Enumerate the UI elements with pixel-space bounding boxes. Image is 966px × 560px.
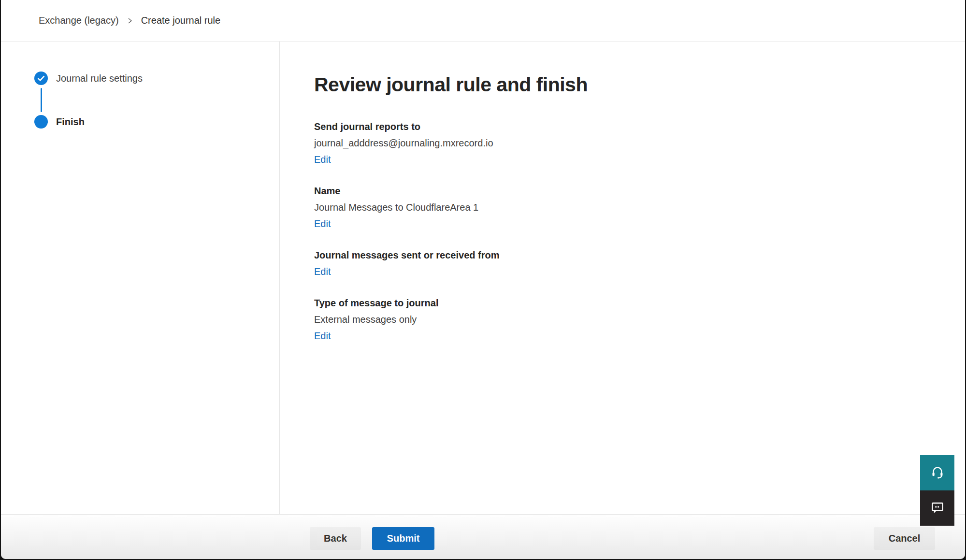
- step-journal-rule-settings[interactable]: Journal rule settings: [34, 72, 279, 85]
- review-section-name: Name Journal Messages to CloudflareArea …: [314, 183, 965, 232]
- app-window: Exchange (legacy) Create journal rule Jo…: [1, 0, 965, 559]
- step-connector-line: [41, 88, 42, 112]
- step-current-dot-icon: [34, 115, 48, 129]
- step-completed-check-icon: [34, 72, 48, 85]
- cancel-button[interactable]: Cancel: [874, 527, 935, 550]
- section-value: Journal Messages to CloudflareArea 1: [314, 199, 965, 215]
- section-label: Journal messages sent or received from: [314, 247, 965, 263]
- edit-link-journal-messages-sent-or-received-from[interactable]: Edit: [314, 263, 331, 280]
- wizard-steps-sidebar: Journal rule settings Finish: [1, 42, 280, 515]
- edit-link-type-of-message-to-journal[interactable]: Edit: [314, 328, 331, 344]
- edit-link-name[interactable]: Edit: [314, 215, 331, 232]
- submit-button[interactable]: Submit: [372, 527, 434, 550]
- review-section-send-journal-reports-to: Send journal reports to journal_adddress…: [314, 118, 965, 168]
- edit-link-send-journal-reports-to[interactable]: Edit: [314, 151, 331, 168]
- top-bar: Exchange (legacy) Create journal rule: [1, 0, 965, 42]
- section-value: External messages only: [314, 311, 965, 328]
- back-button[interactable]: Back: [310, 527, 361, 550]
- review-section-type-of-message-to-journal: Type of message to journal External mess…: [314, 295, 965, 344]
- feedback-icon: [930, 500, 945, 517]
- review-section-journal-messages-sent-or-received-from: Journal messages sent or received from E…: [314, 247, 965, 280]
- chevron-right-icon: [127, 17, 133, 24]
- headset-icon: [930, 465, 945, 481]
- step-finish[interactable]: Finish: [34, 115, 279, 129]
- step-label: Finish: [56, 116, 85, 128]
- section-label: Name: [314, 183, 965, 199]
- step-label: Journal rule settings: [56, 73, 143, 84]
- steps-list: Journal rule settings Finish: [34, 72, 279, 129]
- feedback-button[interactable]: [920, 490, 954, 526]
- breadcrumb-item-create-journal-rule: Create journal rule: [141, 15, 221, 26]
- review-pane: Review journal rule and finish Send jour…: [280, 42, 965, 515]
- section-value: journal_adddress@journaling.mxrecord.io: [314, 135, 965, 151]
- section-label: Send journal reports to: [314, 118, 965, 135]
- footer-action-bar: Back Submit Cancel: [1, 514, 965, 559]
- page-title: Review journal rule and finish: [314, 72, 965, 97]
- breadcrumb: Exchange (legacy) Create journal rule: [39, 15, 220, 26]
- breadcrumb-item-exchange-legacy[interactable]: Exchange (legacy): [39, 15, 119, 26]
- section-label: Type of message to journal: [314, 295, 965, 311]
- help-button[interactable]: [920, 455, 954, 490]
